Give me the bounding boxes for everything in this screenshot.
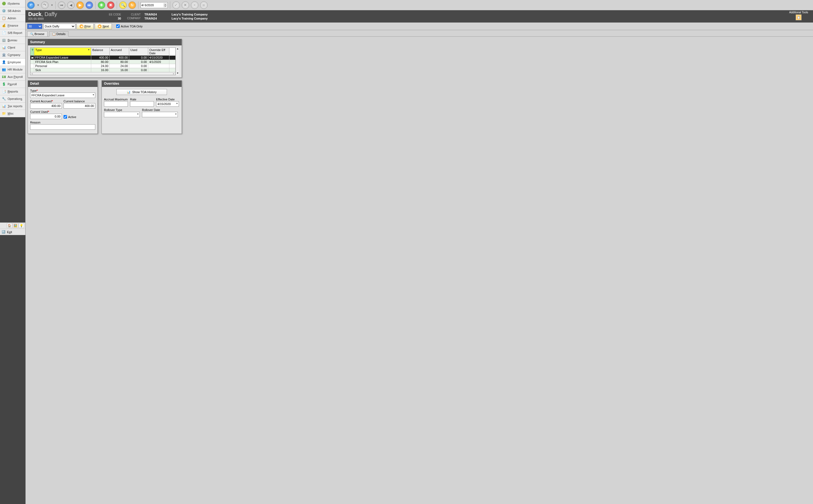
rollover-type-select[interactable] <box>104 112 140 117</box>
grid-help-column[interactable]: ? <box>30 48 34 56</box>
cell-accrued: 400.00 <box>110 56 129 60</box>
sidebar-label: Reports <box>8 90 18 93</box>
employee-firstname: , Daffy <box>42 11 57 17</box>
people-icon: 👥 <box>2 67 6 72</box>
eecode-label: EE CODE <box>104 13 123 16</box>
rate-input[interactable] <box>130 101 154 107</box>
summary-title: Summary <box>28 39 182 45</box>
refresh-button[interactable]: ↻ <box>128 1 136 9</box>
tab-row: 🔍Browse 📋Details <box>26 30 379 37</box>
sidebar-item-employee[interactable]: 👤Employee <box>0 59 25 66</box>
employee-name-select[interactable]: Duck Daffy <box>43 24 75 29</box>
date-input[interactable] <box>141 2 163 8</box>
active-toa-label: Active TOA Only <box>121 25 143 28</box>
current-used-label: Current Used* <box>30 110 62 113</box>
employee-id-select[interactable]: 30 <box>27 24 42 29</box>
nav-next-button[interactable]: ▶ <box>76 1 84 9</box>
next-label: Next <box>103 25 109 28</box>
home-icon[interactable]: 🏠 <box>7 223 12 228</box>
folder-icon: 📁 <box>2 111 6 116</box>
gear-icon: ⚙️ <box>2 9 6 13</box>
effective-date-input[interactable] <box>156 101 179 107</box>
col-accrued[interactable]: Accrued <box>110 48 129 56</box>
active-checkbox[interactable]: Active <box>64 115 76 119</box>
nav-prev-button[interactable]: ◀ <box>67 1 75 9</box>
sidebar-item-taxreports[interactable]: 📊Tax reports <box>0 103 25 110</box>
sidebar-item-sbadmin[interactable]: ⚙️SB Admin <box>0 7 25 15</box>
cell-eff <box>148 68 169 72</box>
sidebar-item-bureau[interactable]: 🏢Bureau <box>0 37 25 44</box>
sidebar-item-reports[interactable]: 📑Reports <box>0 88 25 95</box>
sidebar-item-sbreport[interactable]: 📄S/B Report <box>0 29 25 37</box>
delete-button[interactable]: ✖ <box>107 1 115 9</box>
db-button-2: ≣ <box>200 1 208 9</box>
sidebar-item-misc[interactable]: 📁Misc <box>0 110 25 117</box>
sidebar-label: Client <box>8 46 15 49</box>
sidebar-label: iSystems <box>8 2 20 5</box>
grid-hscroll[interactable]: <> <box>30 72 175 75</box>
toolbar: ↶▼ ↷▼ ⏮ ◀ ▶ ⏭ ✚ ✖ 🔍 ↻ ▲▼ ✔ ✖ ≡ ≣ <box>26 0 379 10</box>
sidebar-item-auxpayroll[interactable]: 💵Aux Payroll <box>0 73 25 81</box>
operations-icon: 🔧 <box>2 97 6 101</box>
exit-icon: 🔙 <box>2 230 5 234</box>
nav-last-button[interactable]: ⏭ <box>86 1 93 9</box>
date-spinner[interactable]: ▲▼ <box>164 3 167 7</box>
active-toa-checkbox[interactable]: Active TOA Only <box>116 24 143 28</box>
undo-dropdown[interactable]: ▼ <box>37 4 39 7</box>
cell-eff: 4/15/2020 <box>148 56 169 60</box>
exit-button[interactable]: 🔙Exit <box>0 229 25 235</box>
db-button-1: ≡ <box>191 1 198 9</box>
show-toa-history-button[interactable]: 📊Show TOA History <box>116 89 167 95</box>
current-balance-input[interactable] <box>64 103 95 109</box>
col-effdate[interactable]: Override Eff Date <box>148 48 169 56</box>
isystems-icon: 🟢 <box>2 1 6 6</box>
tab-details[interactable]: 📋Details <box>49 31 69 37</box>
cell-used: 0.00 <box>129 60 148 64</box>
table-row[interactable]: Personal 24.00 24.00 0.00 <box>30 64 175 68</box>
nav-first-button[interactable]: ⏮ <box>58 1 65 9</box>
search-button[interactable]: 🔍 <box>119 1 127 9</box>
current-accrued-input[interactable] <box>30 103 62 109</box>
sidebar-item-isystems[interactable]: 🟢iSystems <box>0 0 25 7</box>
col-balance[interactable]: Balance <box>91 48 110 56</box>
sidebar-spacer <box>0 117 25 223</box>
prior-button[interactable]: ◀Prior <box>77 23 94 29</box>
tab-browse[interactable]: 🔍Browse <box>27 31 48 36</box>
sidebar-item-hrmodule[interactable]: 👥HR Module <box>0 66 25 73</box>
type-label: Type* <box>30 89 95 92</box>
image-icon[interactable]: 🖼️ <box>13 223 18 228</box>
undo-button[interactable]: ↶ <box>27 1 35 9</box>
rollover-date-input[interactable] <box>142 112 178 117</box>
active-input[interactable] <box>64 115 67 119</box>
next-button[interactable]: ▶Next <box>95 23 112 29</box>
grid-header: ? Type Balance Accrued Used Override Eff… <box>30 48 175 56</box>
sidebar-item-payroll[interactable]: 💲Payroll <box>0 81 25 88</box>
current-used-input[interactable] <box>30 114 62 119</box>
date-picker[interactable]: ▲▼ <box>141 2 168 8</box>
sidebar-item-company[interactable]: 🏛️Company <box>0 51 25 59</box>
sidebar-item-operations[interactable]: 🔧Operations <box>0 95 25 103</box>
table-row[interactable]: ▶ FFCRA Expanded Leave 400.00 400.00 0.0… <box>30 56 175 60</box>
redo-dropdown[interactable]: ▼ <box>51 4 53 7</box>
table-row[interactable]: FFCRA Sick Plan 80.00 80.00 0.00 4/1/202… <box>30 60 175 64</box>
sidebar-item-client[interactable]: 📊Client <box>0 44 25 51</box>
reason-input[interactable] <box>30 124 95 130</box>
col-type[interactable]: Type <box>34 48 91 56</box>
sidebar-item-admin[interactable]: 📋Admin <box>0 15 25 22</box>
active-label: Active <box>68 115 76 119</box>
type-select[interactable] <box>30 93 95 98</box>
details-icon: 📋 <box>52 32 55 36</box>
add-button[interactable]: ✚ <box>98 1 105 9</box>
sidebar-label: SB Admin <box>8 9 21 12</box>
col-used[interactable]: Used <box>129 48 148 56</box>
redo-button[interactable]: ↷ <box>41 1 49 9</box>
active-toa-input[interactable] <box>116 24 120 28</box>
table-row[interactable]: Sick 16.00 16.00 0.00 <box>30 68 175 72</box>
sidebar-item-finance[interactable]: 💰Finance <box>0 22 25 29</box>
cell-balance: 400.00 <box>91 56 110 60</box>
sidebar-label: Tax reports <box>8 104 22 108</box>
grid-vscroll[interactable]: ▲▼ <box>176 47 179 75</box>
help-icon[interactable]: 💡 <box>19 223 24 228</box>
accrual-max-input[interactable] <box>104 101 128 107</box>
sidebar-label: Bureau <box>8 39 17 42</box>
